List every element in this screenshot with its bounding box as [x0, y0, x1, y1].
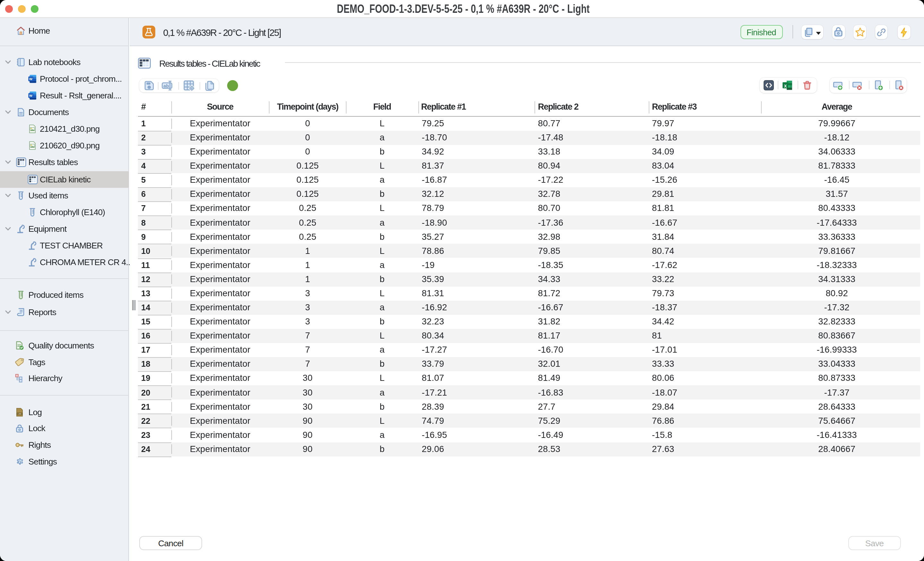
svg-text:x: x — [784, 83, 788, 88]
svg-text:LOG: LOG — [18, 413, 22, 415]
svg-text:ab: ab — [164, 83, 169, 88]
svg-text:w: w — [29, 93, 33, 98]
svg-text:w: w — [29, 76, 33, 81]
